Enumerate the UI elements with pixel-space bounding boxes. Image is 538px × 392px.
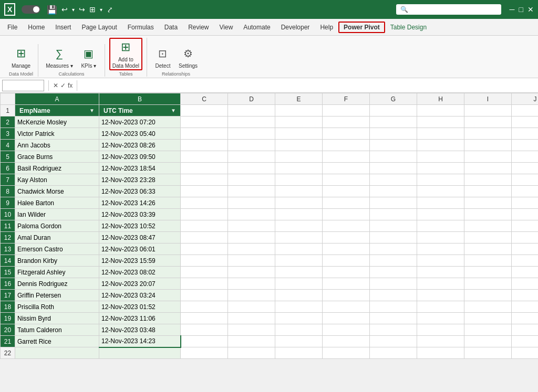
col-header-f[interactable]: F [323, 93, 370, 105]
confirm-formula-icon[interactable]: ✓ [60, 82, 66, 89]
empty-cell[interactable] [275, 255, 323, 267]
cell-b[interactable]: 12-Nov-2023 08:47 [99, 232, 181, 243]
empty-cell[interactable] [323, 232, 370, 243]
empty-cell[interactable] [228, 243, 275, 255]
empty-cell[interactable] [464, 116, 512, 128]
cell-a[interactable]: Tatum Calderon [15, 324, 99, 336]
menu-help[interactable]: Help [315, 22, 338, 33]
empty-cell[interactable] [512, 232, 539, 243]
empty-cell[interactable] [275, 197, 323, 209]
cell-a[interactable]: Amal Duran [15, 232, 99, 243]
empty-cell[interactable] [512, 313, 539, 324]
cell-a[interactable]: McKenzie Mosley [15, 116, 99, 128]
empty-cell[interactable] [181, 151, 228, 163]
empty-cell[interactable] [228, 347, 275, 359]
cell-1b[interactable]: UTC Time▼ [99, 105, 181, 116]
empty-cell[interactable] [323, 347, 370, 359]
empty-cell[interactable] [323, 209, 370, 220]
row-number[interactable]: 22 [1, 347, 15, 359]
empty-cell[interactable] [181, 140, 228, 151]
row-number[interactable]: 12 [1, 232, 15, 243]
empty-cell[interactable] [512, 128, 539, 140]
empty-cell[interactable] [370, 186, 417, 197]
empty-cell[interactable] [323, 278, 370, 290]
empty-cell[interactable] [370, 255, 417, 267]
empty-cell[interactable] [228, 186, 275, 197]
empty-cell[interactable] [181, 267, 228, 278]
cell-a[interactable]: Ann Jacobs [15, 140, 99, 151]
empty-cell[interactable] [181, 324, 228, 336]
empty-cell[interactable] [181, 255, 228, 267]
empty-cell[interactable] [464, 255, 512, 267]
row-number[interactable]: 2 [1, 116, 15, 128]
empty-cell[interactable] [228, 174, 275, 186]
empty-cell[interactable] [275, 313, 323, 324]
empty-cell[interactable] [228, 232, 275, 243]
empty-cell[interactable] [512, 116, 539, 128]
cell-b[interactable]: 12-Nov-2023 06:01 [99, 243, 181, 255]
empty-cell[interactable] [370, 220, 417, 232]
empty-cell[interactable] [275, 301, 323, 313]
empty-cell[interactable] [370, 163, 417, 174]
empty-cell[interactable] [323, 197, 370, 209]
row-number[interactable]: 20 [1, 324, 15, 336]
empty-cell[interactable] [275, 105, 323, 116]
empty-cell[interactable] [275, 140, 323, 151]
empty-cell[interactable] [512, 186, 539, 197]
empty-cell[interactable] [370, 324, 417, 336]
empty-cell[interactable] [512, 105, 539, 116]
close-icon[interactable]: ✕ [527, 5, 534, 14]
empty-cell[interactable] [464, 151, 512, 163]
empty-cell[interactable] [228, 278, 275, 290]
empty-cell[interactable] [275, 151, 323, 163]
empty-cell[interactable] [275, 128, 323, 140]
empty-cell[interactable] [275, 347, 323, 359]
empty-cell[interactable] [417, 324, 464, 336]
cell-b[interactable] [99, 347, 181, 359]
empty-cell[interactable] [370, 313, 417, 324]
row-number[interactable]: 14 [1, 255, 15, 267]
cell-a[interactable]: Fitzgerald Ashley [15, 267, 99, 278]
empty-cell[interactable] [181, 347, 228, 359]
empty-cell[interactable] [417, 197, 464, 209]
empty-cell[interactable] [417, 209, 464, 220]
menu-view[interactable]: View [214, 22, 239, 33]
empty-cell[interactable] [228, 290, 275, 301]
menu-file[interactable]: File [2, 22, 23, 33]
empty-cell[interactable] [228, 267, 275, 278]
empty-cell[interactable] [464, 347, 512, 359]
share-icon[interactable]: ⤤ [107, 5, 113, 14]
cell-1a[interactable]: EmpName▼ [15, 105, 99, 116]
cell-a[interactable]: Brandon Kirby [15, 255, 99, 267]
empty-cell[interactable] [275, 116, 323, 128]
empty-cell[interactable] [228, 220, 275, 232]
empty-cell[interactable] [417, 232, 464, 243]
col-header-d[interactable]: D [228, 93, 275, 105]
cell-a[interactable]: Dennis Rodriguez [15, 278, 99, 290]
col-header-i[interactable]: I [464, 93, 512, 105]
row-number[interactable]: 11 [1, 220, 15, 232]
empty-cell[interactable] [417, 301, 464, 313]
row-number[interactable]: 1 [1, 105, 15, 116]
cell-b[interactable]: 12-Nov-2023 05:40 [99, 128, 181, 140]
save-icon[interactable]: 💾 [47, 5, 57, 15]
row-number[interactable]: 4 [1, 140, 15, 151]
empty-cell[interactable] [181, 163, 228, 174]
empty-cell[interactable] [512, 151, 539, 163]
undo-arrow[interactable]: ▾ [72, 7, 75, 13]
empty-cell[interactable] [512, 209, 539, 220]
empty-cell[interactable] [464, 267, 512, 278]
cell-b[interactable]: 12-Nov-2023 09:50 [99, 151, 181, 163]
cell-a[interactable]: Priscilla Roth [15, 301, 99, 313]
empty-cell[interactable] [323, 243, 370, 255]
empty-cell[interactable] [417, 313, 464, 324]
row-number[interactable]: 9 [1, 197, 15, 209]
cell-b[interactable]: 12-Nov-2023 11:06 [99, 313, 181, 324]
redo-icon[interactable]: ↪ [79, 5, 85, 14]
empty-cell[interactable] [512, 220, 539, 232]
menu-developer[interactable]: Developer [276, 22, 315, 33]
empty-cell[interactable] [181, 290, 228, 301]
menu-power-pivot[interactable]: Power Pivot [338, 22, 385, 33]
empty-cell[interactable] [370, 336, 417, 347]
minimize-icon[interactable]: ─ [510, 5, 515, 14]
